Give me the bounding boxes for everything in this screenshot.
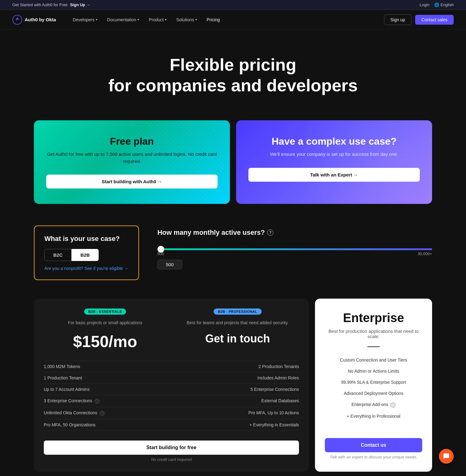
banner-right: Login 🌐 English bbox=[420, 2, 454, 7]
sign-up-button[interactable]: Sign up bbox=[384, 14, 411, 25]
mau-slider[interactable] bbox=[157, 248, 432, 250]
slider-max-label: 30,000+ bbox=[418, 251, 432, 256]
nonprofit-link[interactable]: Are you a nonprofit? See if you're eligi… bbox=[44, 266, 129, 271]
mau-title: How many monthly active users? ? bbox=[157, 229, 432, 237]
b2b-plans-card: B2B - ESSENTIALS For basic projects or s… bbox=[34, 299, 309, 472]
feature-row: 1 Production Tenant Includes Admin Roles bbox=[44, 372, 299, 384]
info-icon[interactable]: ⓘ bbox=[100, 411, 104, 416]
top-cards: Free plan Get Auth0 for free with up to … bbox=[0, 114, 466, 216]
mau-slider-container: 500 30,000+ bbox=[157, 246, 432, 269]
chat-icon bbox=[443, 453, 450, 460]
mau-help-icon[interactable]: ? bbox=[267, 230, 273, 236]
enterprise-title: Enterprise bbox=[325, 311, 422, 325]
nav-actions: Sign up Contact sales bbox=[384, 14, 454, 25]
professional-feature-1: 2 Production Tenants bbox=[259, 364, 299, 369]
professional-plan: B2B - PROFESSIONAL Best for teams and pr… bbox=[176, 308, 299, 353]
chevron-down-icon: ▾ bbox=[96, 18, 97, 21]
professional-feature-3: 5 Enterprise Connections bbox=[251, 387, 299, 392]
mau-value-input[interactable] bbox=[157, 260, 182, 269]
banner-left: Get Started with Auth0 for Free Sign Up … bbox=[12, 2, 90, 7]
login-link[interactable]: Login bbox=[420, 2, 430, 7]
essentials-price: $150/mo bbox=[44, 332, 166, 351]
essentials-feature-3: Up to 7 Account Admins bbox=[44, 387, 90, 392]
enterprise-feature-6: + Everything in Professional bbox=[325, 411, 422, 422]
nav-links: Developers ▾ Documentation ▾ Product ▾ S… bbox=[68, 15, 384, 25]
professional-feature-6: + Everything in Essentials bbox=[249, 422, 299, 427]
professional-feature-4: External Databases bbox=[261, 398, 299, 404]
essentials-feature-4: 3 Enterprise Connections ⓘ bbox=[44, 398, 100, 404]
enterprise-plan-card: Enterprise Best for production applicati… bbox=[315, 299, 432, 472]
chevron-down-icon: ▾ bbox=[195, 18, 197, 21]
nav-item-pricing[interactable]: Pricing bbox=[202, 15, 224, 25]
essentials-plan: B2B - ESSENTIALS For basic projects or s… bbox=[44, 308, 166, 353]
pricing-section: B2B - ESSENTIALS For basic projects or s… bbox=[0, 292, 466, 476]
free-plan-card: Free plan Get Auth0 for free with up to … bbox=[34, 120, 230, 204]
usecase-mau-section: What is your use case? B2C B2B Are you a… bbox=[0, 216, 466, 292]
professional-feature-5: Pro MFA, Up to 10 Actions bbox=[248, 410, 299, 416]
logo-text: Auth0 by Okta bbox=[25, 17, 56, 22]
promo-text: Get Started with Auth0 for Free bbox=[12, 2, 67, 7]
start-free-button[interactable]: Start building for free bbox=[44, 441, 299, 455]
contact-us-button[interactable]: Contact us bbox=[325, 438, 422, 452]
signup-link[interactable]: Sign Up → bbox=[70, 2, 90, 7]
feature-row: 3 Enterprise Connections ⓘ External Data… bbox=[44, 395, 299, 407]
complex-title: Have a complex use case? bbox=[248, 136, 420, 147]
enterprise-features: Custom Connection and User Tiers No Admi… bbox=[325, 354, 422, 422]
nav-item-product[interactable]: Product ▾ bbox=[145, 15, 171, 25]
chevron-down-icon: ▾ bbox=[137, 18, 139, 21]
mau-section: How many monthly active users? ? 500 30,… bbox=[157, 226, 432, 269]
essentials-feature-1: 1,000 M2M Tokens bbox=[44, 364, 80, 369]
essentials-badge: B2B - ESSENTIALS bbox=[84, 308, 126, 315]
feature-row: Pro MFA, 50 Organizations + Everything i… bbox=[44, 419, 299, 431]
professional-feature-2: Includes Admin Roles bbox=[257, 375, 299, 380]
lang-label: English bbox=[440, 2, 454, 7]
feature-row: 1,000 M2M Tokens 2 Production Tenants bbox=[44, 361, 299, 372]
enterprise-feature-1: Custom Connection and User Tiers bbox=[325, 354, 422, 366]
globe-icon: 🌐 bbox=[434, 2, 439, 7]
usecase-title: What is your use case? bbox=[44, 235, 129, 243]
combined-features: 1,000 M2M Tokens 2 Production Tenants 1 … bbox=[44, 361, 299, 431]
usecase-toggle: B2C B2B bbox=[44, 249, 129, 261]
enterprise-feature-2: No Admin or Actions Limits bbox=[325, 366, 422, 377]
enterprise-description: Best for production applications that ne… bbox=[325, 329, 422, 339]
slider-min-label: 500 bbox=[157, 251, 164, 256]
language-selector[interactable]: 🌐 English bbox=[434, 2, 454, 7]
info-icon[interactable]: ⓘ bbox=[390, 403, 395, 408]
navbar: Auth0 by Okta Developers ▾ Documentation… bbox=[0, 10, 466, 30]
logo[interactable]: Auth0 by Okta bbox=[12, 15, 56, 25]
b2b-toggle[interactable]: B2B bbox=[72, 249, 99, 261]
contact-sales-button[interactable]: Contact sales bbox=[415, 15, 454, 25]
hero-headline: Flexible pricing for companies and devel… bbox=[12, 54, 454, 96]
essentials-feature-6: Pro MFA, 50 Organizations bbox=[44, 422, 96, 427]
info-icon[interactable]: ⓘ bbox=[95, 399, 100, 404]
enterprise-note: Talk with an expert to discuss your uniq… bbox=[325, 455, 422, 459]
complex-description: We'll ensure your company is set up for … bbox=[248, 151, 420, 158]
chat-bubble[interactable] bbox=[439, 449, 454, 464]
svg-point-0 bbox=[13, 15, 22, 24]
nav-item-documentation[interactable]: Documentation ▾ bbox=[103, 15, 143, 25]
professional-badge: B2B - PROFESSIONAL bbox=[214, 308, 262, 315]
b2c-toggle[interactable]: B2C bbox=[44, 249, 72, 261]
complex-use-case-card: Have a complex use case? We'll ensure yo… bbox=[236, 120, 432, 204]
chevron-down-icon: ▾ bbox=[165, 18, 166, 21]
enterprise-feature-5: Enterprise Add-ons ⓘ bbox=[325, 399, 422, 411]
auth0-logo-icon bbox=[12, 15, 22, 25]
top-banner: Get Started with Auth0 for Free Sign Up … bbox=[0, 0, 466, 10]
feature-row: Unlimited Okta Connections ⓘ Pro MFA, Up… bbox=[44, 407, 299, 419]
essentials-desc: For basic projects or small applications bbox=[44, 320, 166, 326]
talk-expert-button[interactable]: Talk with an Expert → bbox=[248, 168, 420, 182]
essentials-feature-2: 1 Production Tenant bbox=[44, 375, 82, 380]
nav-item-solutions[interactable]: Solutions ▾ bbox=[172, 15, 201, 25]
professional-desc: Best for teams and projects that need ad… bbox=[176, 320, 299, 326]
card-pattern bbox=[132, 120, 230, 204]
hero-section: Flexible pricing for companies and devel… bbox=[0, 30, 466, 114]
enterprise-feature-3: 99.99% SLA & Enterprise Support bbox=[325, 377, 422, 388]
essentials-feature-5: Unlimited Okta Connections ⓘ bbox=[44, 410, 104, 416]
enterprise-feature-4: Advanced Deployment Options bbox=[325, 388, 422, 399]
feature-row: Up to 7 Account Admins 5 Enterprise Conn… bbox=[44, 384, 299, 395]
usecase-box: What is your use case? B2C B2B Are you a… bbox=[34, 226, 139, 280]
no-cc-text: No credit card required bbox=[44, 457, 299, 462]
nav-item-developers[interactable]: Developers ▾ bbox=[68, 15, 102, 25]
divider bbox=[367, 346, 380, 347]
professional-price: Get in touch bbox=[176, 332, 299, 345]
